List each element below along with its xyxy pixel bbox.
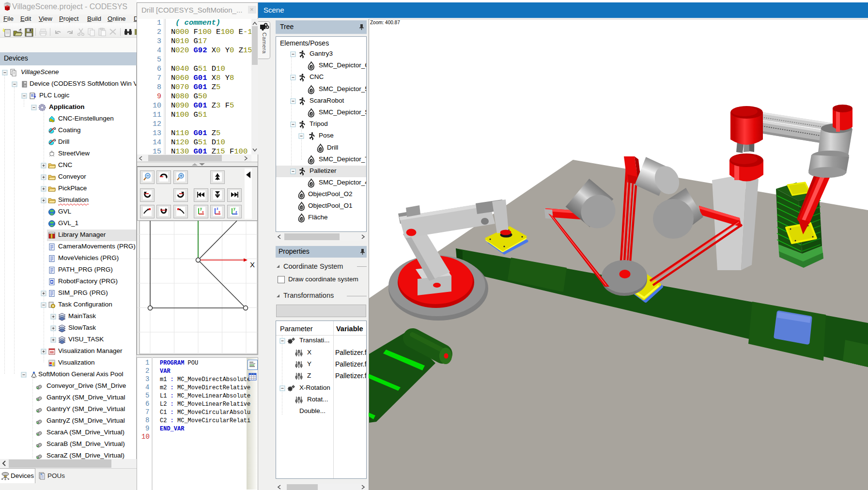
svg-text:G: G <box>53 127 56 130</box>
svg-text:x: x <box>202 210 204 214</box>
svg-text:z: z <box>235 210 237 214</box>
svg-text:G: G <box>53 138 56 142</box>
svg-text:x: x <box>218 210 220 214</box>
svg-text:X: X <box>250 260 255 269</box>
